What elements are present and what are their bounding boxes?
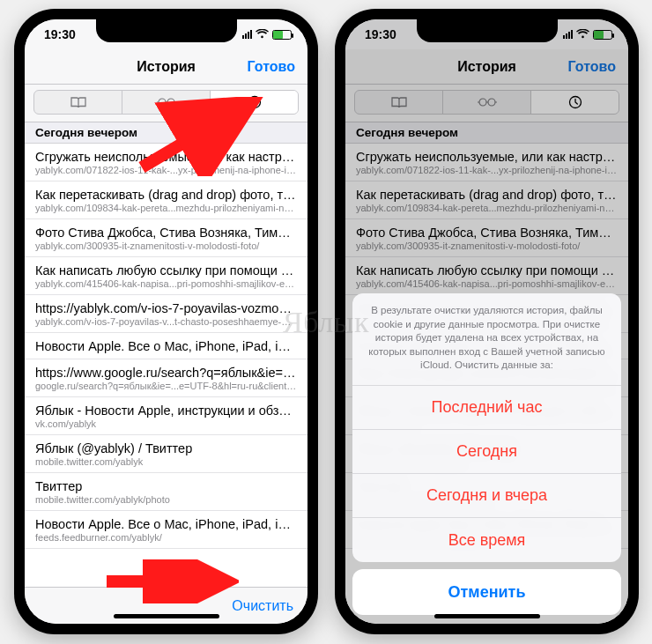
svg-point-1: [167, 99, 174, 106]
tab-history[interactable]: [211, 91, 298, 114]
screen-left: 19:30 История Готово: [25, 19, 307, 624]
option-last-hour[interactable]: Последний час: [352, 386, 621, 430]
history-row-url: yablyk.com/v-ios-7-poyavilas-v...t-chast…: [35, 316, 297, 327]
history-list[interactable]: Сгружать неиспользуемые, или как настрои…: [25, 144, 307, 587]
segmented-control[interactable]: [33, 90, 299, 115]
history-row-url: yablyk.com/415406-kak-napisa...pri-pomos…: [35, 278, 297, 289]
history-row-url: yablyk.com/300935-it-znamenitosti-v-molo…: [35, 241, 297, 251]
history-row-title: Новости Apple. Все о Mac, iPhone, iPad, …: [35, 339, 297, 353]
history-row-title: Как перетаскивать (drag and drop) фото, …: [35, 188, 297, 202]
option-all-time[interactable]: Все время: [352, 518, 621, 562]
history-row[interactable]: Твиттерmobile.twitter.com/yablyk/photo: [25, 473, 307, 511]
history-row[interactable]: Фото Стива Джобса, Стива Возняка, Тима К…: [25, 219, 307, 257]
phone-right: 19:30 История Готово: [335, 9, 639, 634]
history-row-url: yablyk.com/071822-ios-11-kak-...yx-prilo…: [35, 165, 297, 175]
svg-point-0: [159, 99, 166, 106]
signal-icon: [242, 30, 252, 39]
done-button[interactable]: Готово: [248, 59, 295, 75]
history-row-title: Как написать любую ссылку при помощи см.…: [35, 263, 297, 278]
home-indicator[interactable]: [114, 614, 219, 618]
history-row[interactable]: Новости Apple. Все о Mac, iPhone, iPad, …: [25, 511, 307, 549]
action-sheet-block: В результате очистки удаляются история, …: [352, 293, 621, 562]
history-row-url: feeds.feedburner.com/yablyk/: [35, 532, 297, 543]
notch: [96, 19, 237, 42]
history-row-title: Фото Стива Джобса, Стива Возняка, Тима К…: [35, 226, 297, 240]
option-today-yesterday[interactable]: Сегодня и вчера: [352, 474, 621, 518]
status-icons: [242, 28, 292, 41]
history-row-url: google.ru/search?q=яблык&ie=...e=UTF-8&h…: [35, 381, 297, 391]
clear-button[interactable]: Очистить: [232, 598, 293, 614]
history-row[interactable]: Яблык - Новости Apple, инструкции и обзо…: [25, 397, 307, 435]
tab-bookmarks[interactable]: [34, 91, 122, 114]
wifi-icon: [256, 28, 269, 41]
action-sheet: В результате очистки удаляются история, …: [352, 293, 621, 615]
history-row-title: Новости Apple. Все о Mac, iPhone, iPad, …: [35, 517, 297, 531]
history-row[interactable]: Как перетаскивать (drag and drop) фото, …: [25, 181, 307, 219]
book-icon: [70, 96, 87, 109]
segmented-bar: [25, 85, 307, 122]
history-row-url: vk.com/yablyk: [35, 418, 297, 429]
history-row-url: yablyk.com/109834-kak-pereta...mezhdu-pr…: [35, 203, 297, 213]
navbar-title: История: [137, 59, 196, 75]
history-row-title: Твиттер: [35, 479, 297, 493]
notch: [417, 19, 558, 42]
cancel-button[interactable]: Отменить: [352, 569, 621, 615]
tab-reading-list[interactable]: [122, 91, 211, 114]
screen-right: 19:30 История Готово: [345, 19, 628, 624]
history-row-url: mobile.twitter.com/yablyk/photo: [35, 494, 297, 505]
clock-icon: [248, 95, 262, 109]
history-row-title: Сгружать неиспользуемые, или как настрои…: [35, 150, 297, 164]
phone-left: 19:30 История Готово: [14, 9, 318, 634]
history-row-title: Яблык - Новости Apple, инструкции и обзо…: [35, 403, 297, 418]
status-time: 19:30: [44, 27, 76, 41]
history-row-url: mobile.twitter.com/yablyk: [35, 456, 297, 467]
glasses-icon: [157, 97, 176, 107]
history-row-title: https://yablyk.com/v-ios-7-poyavilas-voz…: [35, 301, 297, 315]
history-row[interactable]: https://yablyk.com/v-ios-7-poyavilas-voz…: [25, 295, 307, 333]
history-row-title: Яблык (@yablyk) / Твиттер: [35, 441, 297, 455]
history-row-title: https://www.google.ru/search?q=яблык&ie=…: [35, 366, 297, 380]
battery-icon: [272, 30, 292, 40]
action-sheet-message: В результате очистки удаляются история, …: [352, 293, 621, 386]
history-row[interactable]: Как написать любую ссылку при помощи см.…: [25, 257, 307, 295]
history-row[interactable]: https://www.google.ru/search?q=яблык&ie=…: [25, 359, 307, 397]
section-header: Сегодня вечером: [25, 122, 307, 144]
home-indicator[interactable]: [434, 614, 540, 618]
history-row[interactable]: Яблык (@yablyk) / Твиттерmobile.twitter.…: [25, 435, 307, 473]
history-row[interactable]: Сгружать неиспользуемые, или как настрои…: [25, 144, 307, 181]
history-row[interactable]: Новости Apple. Все о Mac, iPhone, iPad, …: [25, 333, 307, 359]
navbar: История Готово: [25, 49, 307, 85]
option-today[interactable]: Сегодня: [352, 430, 621, 474]
